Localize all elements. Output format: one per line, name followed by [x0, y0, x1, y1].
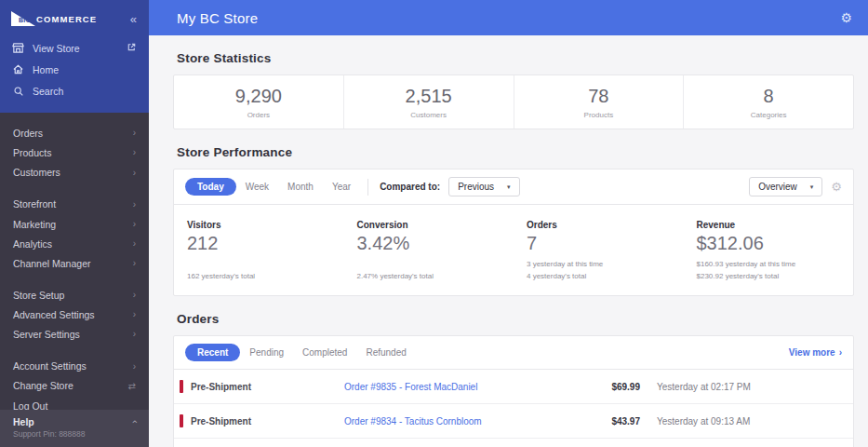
metric-sub-line: $230.92 yesterday's total	[697, 271, 841, 282]
metric-label: Orders	[527, 220, 671, 230]
metric-label: Revenue	[697, 220, 841, 230]
sidebar-item-label: Marketing	[13, 219, 56, 231]
stat-products: 78 Products	[514, 75, 685, 129]
metric-value: 3.42%	[357, 233, 501, 254]
stat-label: Categories	[684, 111, 853, 119]
help-title: Help	[13, 416, 86, 427]
stat-orders: 9,290 Orders	[174, 75, 344, 129]
swap-icon: ⇄	[128, 381, 136, 393]
sidebar-collapse-icon[interactable]: «	[130, 12, 137, 26]
stat-label: Orders	[174, 111, 343, 119]
metric-sub-line: 162 yesterday's total	[187, 271, 331, 282]
storefront-icon	[12, 42, 24, 54]
sidebar-item-label: Server Settings	[13, 329, 80, 341]
tab-recent[interactable]: Recent	[185, 344, 240, 361]
chevron-right-icon: ›	[839, 347, 842, 358]
sidebar-item-label: Advanced Settings	[13, 309, 95, 321]
compared-to-select[interactable]: Previous ▾	[448, 177, 519, 196]
sidebar-item-home[interactable]: Home	[0, 59, 149, 80]
tab-week[interactable]: Week	[236, 178, 278, 196]
view-select-value: Overview	[758, 182, 797, 192]
top-header: My BC Store ⚙	[149, 0, 868, 35]
order-date: Yesterday at 09:13 AM	[640, 416, 840, 427]
tab-month[interactable]: Month	[278, 178, 323, 196]
toolbar-right: Overview ▾ ⚙	[749, 177, 842, 196]
sidebar-item-label: Storefront	[13, 198, 56, 210]
app-window: BIG COMMERCE « View Store Home	[0, 0, 868, 447]
sidebar-item-analytics[interactable]: Analytics ›	[0, 235, 149, 254]
metric-visitors: Visitors 212 162 yesterday's total	[174, 214, 344, 284]
sidebar-item-channel-manager[interactable]: Channel Manager ›	[0, 254, 149, 274]
toolbar-divider	[367, 179, 368, 196]
status-bar	[180, 414, 183, 427]
chevron-right-icon: ›	[133, 168, 136, 180]
tab-refunded[interactable]: Refunded	[356, 344, 415, 361]
sidebar-item-orders[interactable]: Orders ›	[0, 124, 149, 143]
search-icon	[12, 85, 24, 97]
sidebar-item-label: Analytics	[13, 238, 52, 251]
sidebar-item-server-settings[interactable]: Server Settings ›	[0, 325, 149, 345]
metric-sub-line: 2.47% yesterday's total	[357, 271, 501, 282]
store-statistics-heading: Store Statistics	[177, 51, 854, 65]
nav-group-settings: Store Setup › Advanced Settings › Server…	[0, 286, 149, 345]
sidebar-item-change-store[interactable]: Change Store ⇄	[0, 376, 149, 396]
bigcommerce-logo: BIG COMMERCE	[11, 11, 97, 26]
sidebar-item-advanced-settings[interactable]: Advanced Settings ›	[0, 305, 149, 325]
help-panel[interactable]: Help Support Pin: 888888 ›	[0, 410, 149, 447]
chevron-right-icon: ›	[133, 238, 136, 251]
sidebar-item-account-settings[interactable]: Account Settings ›	[0, 357, 149, 376]
sidebar-item-label: Store Setup	[13, 290, 64, 302]
metric-conversion: Conversion 3.42% 2.47% yesterday's total	[344, 214, 514, 284]
compared-to-value: Previous	[458, 182, 494, 192]
orders-heading: Orders	[177, 312, 854, 326]
page-title: My BC Store	[177, 10, 258, 26]
sidebar-item-view-store[interactable]: View Store	[0, 37, 149, 59]
metric-label: Visitors	[187, 220, 331, 230]
chevron-right-icon: ›	[133, 199, 136, 211]
sidebar-item-storefront[interactable]: Storefront ›	[0, 195, 149, 214]
logo-text-big: BIG	[19, 17, 31, 23]
sidebar-item-log-out[interactable]: Log Out	[0, 397, 149, 411]
tab-today[interactable]: Today	[185, 178, 236, 196]
chevron-right-icon: ›	[133, 329, 136, 341]
order-status: Pre-Shipment	[191, 416, 344, 427]
view-more-link[interactable]: View more ›	[789, 347, 842, 358]
metric-sub-line: 3 yesterday at this time	[527, 259, 671, 270]
order-link[interactable]: Order #9834 - Tacitus Cornbloom	[344, 416, 570, 427]
help-text: Help Support Pin: 888888	[13, 416, 86, 439]
store-performance-heading: Store Performance	[177, 145, 854, 159]
sidebar-item-label: Log Out	[13, 400, 47, 411]
sidebar-item-customers[interactable]: Customers ›	[0, 163, 149, 183]
tab-pending[interactable]: Pending	[240, 344, 293, 361]
view-select[interactable]: Overview ▾	[749, 177, 822, 196]
nav-group-marketing: Storefront › Marketing › Analytics › Cha…	[0, 195, 149, 274]
sidebar-item-label: Home	[33, 64, 59, 75]
sidebar-item-label: Orders	[13, 128, 43, 140]
tab-completed[interactable]: Completed	[293, 344, 356, 361]
order-status: Pre-Shipment	[191, 382, 344, 392]
sidebar-main-nav: Orders › Products › Customers › Storefro…	[0, 113, 149, 410]
order-row: Completed Order #9833 - Robert Robertson…	[174, 439, 853, 447]
stat-categories: 8 Categories	[684, 75, 853, 129]
order-link[interactable]: Order #9835 - Forest MacDaniel	[344, 382, 570, 392]
performance-settings-gear-icon[interactable]: ⚙	[831, 181, 842, 193]
metric-subtext: 2.47% yesterday's total	[357, 256, 501, 282]
main-area: My BC Store ⚙ Store Statistics 9,290 Ord…	[149, 0, 868, 447]
sidebar-item-label: Products	[13, 147, 51, 159]
orders-card: Recent Pending Completed Refunded View m…	[173, 335, 854, 447]
sidebar-item-search[interactable]: Search	[0, 80, 149, 102]
nav-group-account: Account Settings › Change Store ⇄ Log Ou…	[0, 357, 149, 410]
sidebar-item-products[interactable]: Products ›	[0, 143, 149, 163]
metric-subtext: 3 yesterday at this time 4 yesterday's t…	[527, 256, 671, 282]
chevron-right-icon: ›	[133, 258, 136, 270]
tab-year[interactable]: Year	[323, 178, 360, 196]
settings-gear-icon[interactable]: ⚙	[840, 11, 852, 24]
sidebar-item-store-setup[interactable]: Store Setup ›	[0, 286, 149, 305]
sidebar-item-label: Customers	[13, 167, 60, 179]
performance-metrics: Visitors 212 162 yesterday's total Conve…	[174, 205, 853, 295]
sidebar-item-marketing[interactable]: Marketing ›	[0, 215, 149, 235]
chevron-up-icon[interactable]: ›	[128, 420, 140, 424]
stat-customers: 2,515 Customers	[344, 75, 514, 129]
order-date: Yesterday at 02:17 PM	[640, 382, 840, 392]
order-amount: $43.97	[570, 416, 640, 427]
